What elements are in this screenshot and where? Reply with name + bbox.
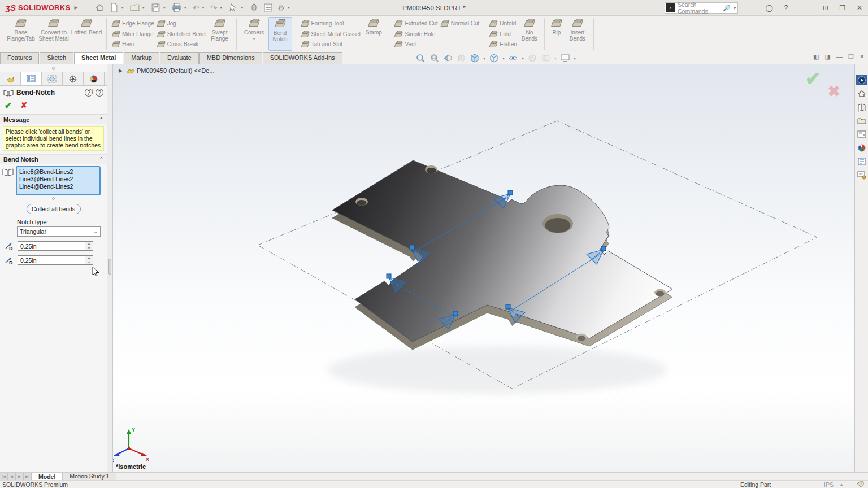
listbox-resize-handle[interactable]	[0, 195, 107, 202]
view-settings-icon[interactable]	[560, 53, 570, 63]
zoom-fit-icon[interactable]	[415, 53, 426, 63]
search-icon[interactable]: 🔎	[723, 5, 732, 12]
tab-mbd-dimensions[interactable]: MBD Dimensions	[199, 52, 262, 64]
confirmation-cancel-button[interactable]: ✖	[827, 82, 840, 101]
hem-button[interactable]: Hem	[111, 40, 154, 49]
hide-show-items-icon[interactable]	[508, 53, 518, 63]
home-button[interactable]	[93, 2, 107, 14]
simple-hole-button[interactable]: Simple Hole	[394, 29, 437, 39]
notch-depth-input[interactable]: 0.25in ▲▼	[18, 241, 93, 251]
cancel-button[interactable]: ✘	[21, 101, 28, 111]
spin-down-icon[interactable]: ▼	[85, 260, 93, 264]
whats-new-help-icon[interactable]: ?✦	[85, 89, 93, 97]
apply-scene-icon[interactable]	[541, 53, 551, 63]
vent-button[interactable]: Vent	[394, 40, 437, 49]
doc-close-button[interactable]: ✕	[860, 53, 865, 60]
previous-view-icon[interactable]	[442, 53, 453, 63]
doc-restore-button[interactable]: ❐	[848, 53, 854, 60]
ok-button[interactable]: ✔	[5, 101, 12, 111]
notch-offset-input[interactable]: 0.25in ▲▼	[18, 255, 93, 265]
notch-type-select[interactable]: Triangular⌄	[17, 226, 101, 237]
threedexperience-button[interactable]	[856, 75, 867, 85]
doc-minimize-button[interactable]: —	[836, 53, 843, 60]
search-input[interactable]: Search Commands	[675, 1, 723, 15]
graphics-area[interactable]: Y X Z ▶ PM009450 (Default) <<De... ✔ ✖ *…	[113, 64, 854, 472]
bend-lines-listbox[interactable]: Line8@Bend-Lines2 Line3@Bend-Lines2 Line…	[16, 166, 101, 195]
convert-to-sheet-metal-button[interactable]: Convert to Sheet Metal	[37, 17, 70, 51]
solidworks-forum-button[interactable]	[856, 169, 867, 180]
no-bends-button[interactable]: No Bends	[518, 17, 541, 51]
properties-button[interactable]	[261, 2, 275, 14]
sketched-bend-button[interactable]: Sketched Bend	[157, 29, 206, 39]
units-label[interactable]: IPS	[824, 481, 834, 488]
tab-markup[interactable]: Markup	[124, 52, 159, 64]
scroll-first-icon[interactable]: |◀	[0, 473, 8, 480]
rip-button[interactable]: Rip	[548, 17, 565, 51]
options-button[interactable]: ⚙▾	[275, 2, 294, 14]
help-icon[interactable]: ?	[96, 89, 103, 97]
search-dropdown-icon[interactable]: ▾	[734, 6, 736, 11]
cross-break-button[interactable]: Cross-Break	[157, 40, 206, 49]
feature-manager-tab[interactable]	[0, 72, 21, 85]
bend-line-item[interactable]: Line4@Bend-Lines2	[19, 183, 97, 190]
property-manager-tab[interactable]	[21, 72, 42, 85]
offset-spinner[interactable]: ▲▼	[85, 256, 93, 264]
corners-dropdown-icon[interactable]: ▾	[240, 36, 268, 42]
stamp-button[interactable]: Stamp	[362, 17, 385, 51]
mouse-gestures-button[interactable]	[247, 2, 261, 14]
units-dropdown-icon[interactable]: ▴	[840, 482, 843, 487]
splitter-handle-icon[interactable]	[108, 259, 111, 274]
panel-splitter[interactable]	[107, 64, 113, 472]
section-view-icon[interactable]	[456, 53, 466, 63]
breadcrumb-text[interactable]: PM009450 (Default) <<De...	[137, 67, 215, 74]
scroll-next-icon[interactable]: ▶	[16, 473, 24, 480]
bend-notch-button[interactable]: Bend Notch	[268, 17, 292, 51]
forming-tool-button[interactable]: Forming Tool	[301, 19, 361, 28]
sheet-metal-gusset-button[interactable]: Sheet Metal Gusset	[301, 29, 361, 39]
breadcrumb[interactable]: ▶ PM009450 (Default) <<De...	[119, 67, 215, 74]
tab-solidworks-addins[interactable]: SOLIDWORKS Add-Ins	[263, 52, 342, 64]
extruded-cut-button[interactable]: Extruded Cut	[394, 19, 437, 28]
flatten-button[interactable]: Flatten	[489, 40, 517, 49]
open-button[interactable]: ▾	[128, 2, 149, 14]
appearances-scenes-button[interactable]	[856, 142, 867, 153]
normal-cut-button[interactable]: Normal Cut	[440, 19, 480, 28]
solidworks-resources-button[interactable]	[856, 88, 867, 99]
zoom-area-icon[interactable]	[429, 53, 439, 63]
minimize-button[interactable]: —	[800, 4, 817, 12]
dimxpert-manager-tab[interactable]	[63, 72, 84, 85]
display-manager-tab[interactable]	[84, 72, 105, 85]
tab-evaluate[interactable]: Evaluate	[160, 52, 199, 64]
tab-sheet-metal[interactable]: Sheet Metal	[74, 52, 123, 64]
account-button[interactable]: ◯	[761, 0, 778, 16]
design-library-button[interactable]	[856, 102, 867, 112]
tags-icon[interactable]	[857, 481, 864, 487]
new-document-button[interactable]: ▾	[107, 2, 128, 14]
undo-button[interactable]: ↶▾	[190, 2, 209, 14]
close-button[interactable]: ✕	[851, 4, 868, 12]
unfold-button[interactable]: Unfold	[489, 19, 517, 28]
spin-down-icon[interactable]: ▼	[85, 246, 93, 250]
model-tab[interactable]: Model	[32, 473, 63, 480]
fold-button[interactable]: Fold	[489, 29, 517, 39]
tab-features[interactable]: Features	[0, 52, 39, 64]
pane-right-icon[interactable]: ◨	[825, 53, 831, 60]
confirmation-ok-button[interactable]: ✔	[805, 67, 822, 90]
insert-bends-button[interactable]: Insert Bends	[565, 17, 590, 51]
select-button[interactable]: ▾	[226, 2, 247, 14]
miter-flange-button[interactable]: Miter Flange	[111, 29, 154, 39]
expand-tree-icon[interactable]: ▶	[119, 68, 123, 73]
span-displays-button[interactable]: ⊞	[817, 4, 834, 12]
configuration-manager-tab[interactable]	[42, 72, 63, 85]
spin-up-icon[interactable]: ▲	[85, 242, 93, 246]
redo-button[interactable]: ↷▾	[208, 2, 226, 14]
bend-notch-section-header[interactable]: Bend Notch⌃	[0, 154, 107, 164]
corners-button[interactable]: Corners▾	[240, 17, 268, 51]
pane-left-icon[interactable]: ◧	[813, 53, 819, 60]
motion-study-tab[interactable]: Motion Study 1	[63, 473, 116, 480]
help-button[interactable]: ?	[778, 0, 795, 16]
tab-sketch[interactable]: Sketch	[40, 52, 73, 64]
tab-and-slot-button[interactable]: Tab and Slot	[301, 40, 361, 49]
message-section-header[interactable]: Message⌃	[0, 115, 107, 124]
jog-button[interactable]: Jog	[157, 19, 206, 28]
